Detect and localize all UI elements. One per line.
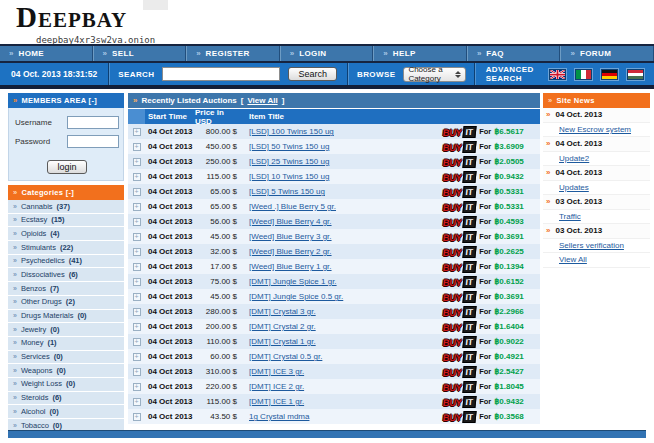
sidebar-item-drugs-materials[interactable]: » Drugs Materials (0) [8, 310, 124, 324]
sidebar-item-weapons[interactable]: » Weapons (0) [8, 364, 124, 378]
sidebar-item-ecstasy[interactable]: » Ecstasy (15) [8, 214, 124, 228]
expand-icon[interactable]: + [133, 383, 141, 391]
password-field[interactable] [67, 135, 119, 148]
news-link[interactable]: New Escrow system [559, 125, 631, 134]
auction-item-link[interactable]: [DMT] Jungle Spice 1 gr. [249, 277, 337, 286]
sidebar-item-steroids[interactable]: » Steroids (6) [8, 392, 124, 406]
sidebar-item-dissociatives[interactable]: » Dissociatives (6) [8, 268, 124, 282]
expand-icon[interactable]: + [133, 293, 141, 301]
auction-item-link[interactable]: [Weed .] Blue Berry 5 gr. [249, 202, 336, 211]
buy-it-button[interactable]: BUYIT [442, 291, 476, 303]
login-button[interactable]: login [47, 160, 86, 174]
italian-flag-icon[interactable] [575, 69, 592, 80]
auction-item-link[interactable]: [DMT] Crystal 1 gr. [249, 337, 316, 346]
buy-it-button[interactable]: BUYIT [442, 396, 476, 408]
expand-icon[interactable]: + [133, 173, 141, 181]
auction-item-link[interactable]: [DMT] ICE 2 gr. [249, 382, 304, 391]
search-input[interactable] [162, 67, 280, 81]
auction-item-link[interactable]: [LSD] 25 Twins 150 ug [249, 157, 329, 166]
sidebar-item-psychedelics[interactable]: » Psychedelics (41) [8, 255, 124, 269]
expand-icon[interactable]: + [133, 323, 141, 331]
expand-icon[interactable]: + [133, 353, 141, 361]
members-area-header[interactable]: » MEMBERS AREA [-] [8, 93, 124, 108]
auction-item-link[interactable]: [DMT] Crystal 0.5 gr. [249, 352, 322, 361]
buy-it-button[interactable]: BUYIT [442, 351, 476, 363]
nav-item-faq[interactable]: » FAQ [467, 46, 561, 61]
buy-it-button[interactable]: BUYIT [442, 366, 476, 378]
hungarian-flag-icon[interactable] [627, 69, 644, 80]
sidebar-item-cannabis[interactable]: » Cannabis (37) [8, 200, 124, 214]
expand-icon[interactable]: + [133, 398, 141, 406]
buy-it-button[interactable]: BUYIT [442, 171, 476, 183]
auction-item-link[interactable]: 1g Crystal mdma [249, 412, 309, 421]
buy-it-button[interactable]: BUYIT [442, 336, 476, 348]
auction-item-link[interactable]: [LSD] 50 Twins 150 ug [249, 142, 329, 151]
auction-item-link[interactable]: [LSD] 10 Twins 150 ug [249, 172, 329, 181]
auction-item-link[interactable]: [Weed] Blue Berry 2 gr. [249, 247, 332, 256]
sidebar-item-benzos[interactable]: » Benzos (7) [8, 282, 124, 296]
auction-item-link[interactable]: [LSD] 100 Twins 150 ug [249, 127, 334, 136]
search-button[interactable]: Search [288, 67, 337, 81]
sidebar-item-money[interactable]: » Money (1) [8, 337, 124, 351]
sidebar-item-weight-loss[interactable]: » Weight Loss (0) [8, 378, 124, 392]
auction-item-link[interactable]: [Weed] Blue Berry 3 gr. [249, 232, 332, 241]
sidebar-item-opioids[interactable]: » Opioids (4) [8, 227, 124, 241]
categories-header[interactable]: » Categories [-] [8, 185, 124, 200]
auction-item-link[interactable]: [DMT] Crystal 3 gr. [249, 307, 316, 316]
buy-it-button[interactable]: BUYIT [442, 231, 476, 243]
buy-it-button[interactable]: BUYIT [442, 411, 476, 423]
nav-item-login[interactable]: » LOGIN [280, 46, 374, 61]
expand-icon[interactable]: + [133, 233, 141, 241]
auction-item-link[interactable]: [Weed] Blue Berry 1 gr. [249, 262, 332, 271]
news-link[interactable]: Sellers verification [559, 241, 624, 250]
sidebar-item-services[interactable]: » Services (0) [8, 351, 124, 365]
buy-it-button[interactable]: BUYIT [442, 141, 476, 153]
sidebar-item-alcohol[interactable]: » Alcohol (0) [8, 405, 124, 419]
auctions-view-all-link[interactable]: View All [247, 96, 277, 105]
buy-it-button[interactable]: BUYIT [442, 261, 476, 273]
buy-it-button[interactable]: BUYIT [442, 156, 476, 168]
buy-it-button[interactable]: BUYIT [442, 306, 476, 318]
news-view-all-link[interactable]: View All [559, 255, 587, 264]
nav-item-forum[interactable]: » FORUM [560, 46, 654, 61]
buy-it-button[interactable]: BUYIT [442, 216, 476, 228]
auction-item-link[interactable]: [DMT] Jungle Spice 0.5 gr. [249, 292, 343, 301]
expand-icon[interactable]: + [133, 158, 141, 166]
news-link[interactable]: Traffic [559, 212, 581, 221]
sidebar-item-stimulants[interactable]: » Stimulants (22) [8, 241, 124, 255]
nav-item-help[interactable]: » HELP [373, 46, 467, 61]
buy-it-button[interactable]: BUYIT [442, 201, 476, 213]
expand-icon[interactable]: + [133, 413, 141, 421]
expand-icon[interactable]: + [133, 188, 141, 196]
auction-item-link[interactable]: [DMT] ICE 1 gr. [249, 397, 304, 406]
expand-icon[interactable]: + [133, 218, 141, 226]
news-link[interactable]: Update2 [559, 154, 589, 163]
auction-item-link[interactable]: [DMT] Crystal 2 gr. [249, 322, 316, 331]
expand-icon[interactable]: + [133, 308, 141, 316]
username-field[interactable] [67, 116, 119, 129]
category-select[interactable]: Choose a Category [403, 67, 465, 82]
buy-it-button[interactable]: BUYIT [442, 321, 476, 333]
expand-icon[interactable]: + [133, 263, 141, 271]
auction-item-link[interactable]: [DMT] ICE 3 gr. [249, 367, 304, 376]
advanced-search-link[interactable]: ADVANCED SEARCH [486, 65, 539, 83]
buy-it-button[interactable]: BUYIT [442, 246, 476, 258]
expand-icon[interactable]: + [133, 203, 141, 211]
sidebar-item-jewelry[interactable]: » Jewelry (0) [8, 323, 124, 337]
expand-icon[interactable]: + [133, 368, 141, 376]
buy-it-button[interactable]: BUYIT [442, 276, 476, 288]
auction-item-link[interactable]: [LSD] 5 Twins 150 ug [249, 187, 325, 196]
nav-item-sell[interactable]: » SELL [93, 46, 187, 61]
expand-icon[interactable]: + [133, 143, 141, 151]
nav-item-home[interactable]: » HOME [0, 46, 93, 61]
expand-icon[interactable]: + [133, 128, 141, 136]
auction-item-link[interactable]: [Weed] Blue Berry 4 gr. [249, 217, 332, 226]
expand-icon[interactable]: + [133, 338, 141, 346]
expand-icon[interactable]: + [133, 278, 141, 286]
sidebar-item-other-drugs[interactable]: » Other Drugs (2) [8, 296, 124, 310]
news-link[interactable]: Updates [559, 183, 589, 192]
buy-it-button[interactable]: BUYIT [442, 126, 476, 138]
nav-item-register[interactable]: » REGISTER [186, 46, 280, 61]
german-flag-icon[interactable] [601, 69, 618, 80]
expand-icon[interactable]: + [133, 248, 141, 256]
